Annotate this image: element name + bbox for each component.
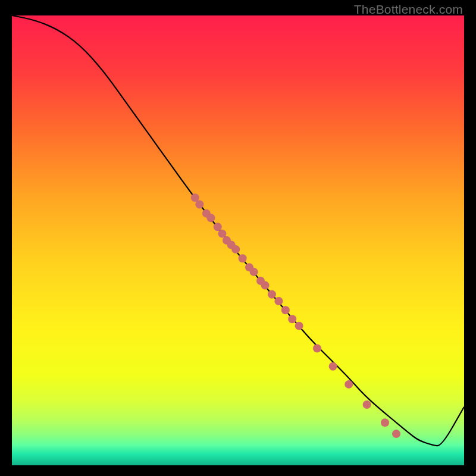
data-point (363, 400, 371, 409)
chart-background (12, 15, 464, 465)
data-point (313, 344, 321, 352)
data-point (381, 418, 389, 427)
data-point (295, 322, 303, 330)
data-point (329, 362, 337, 371)
data-point (281, 306, 290, 314)
data-point (239, 254, 247, 262)
data-point (392, 430, 400, 438)
data-point (231, 245, 240, 253)
data-point (268, 290, 276, 299)
data-point (206, 214, 215, 222)
data-point (274, 297, 283, 305)
data-point (345, 380, 353, 389)
data-point (195, 201, 203, 209)
data-point (288, 315, 296, 323)
data-point (261, 281, 270, 290)
data-point (250, 268, 258, 276)
watermark-text: TheBottleneck.com (354, 2, 463, 17)
chart-svg (12, 15, 464, 465)
chart-frame (12, 15, 464, 465)
